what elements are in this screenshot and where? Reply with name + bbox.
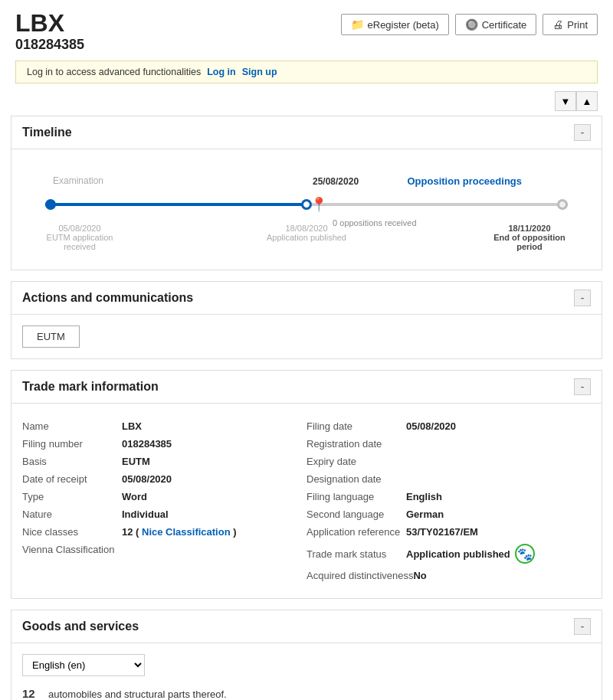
tm-date-receipt-row: Date of receipt 05/08/2020 <box>22 470 306 488</box>
actions-collapse-button[interactable]: - <box>574 289 591 306</box>
tm-vienna-row: Vienna Classification <box>22 541 306 558</box>
timeline-body: Examination Opposition proceedings 📍 25/… <box>11 149 602 270</box>
timeline-section: Timeline - Examination Opposition procee… <box>11 116 602 270</box>
tm-acquired-row: Acquired distinctiveness No <box>306 567 591 584</box>
tm-name-value: LBX <box>122 420 142 432</box>
timeline-end-date: 18/11/2020 <box>491 224 568 233</box>
timeline-title: Timeline <box>22 126 72 139</box>
trademark-info-header: Trade mark information - <box>11 371 602 404</box>
examination-phase-label: Examination <box>53 175 103 187</box>
actions-header: Actions and communications - <box>11 282 602 315</box>
language-selector[interactable]: English (en) German (de) French (fr) <box>22 654 145 676</box>
actions-section: Actions and communications - EUTM <box>11 281 602 359</box>
tm-type-value: Word <box>122 491 147 502</box>
goods-services-collapse-button[interactable]: - <box>574 618 591 635</box>
tm-status-value-wrap: Application published 🐾 <box>406 544 535 564</box>
timeline-phase-labels: Examination Opposition proceedings <box>45 175 568 187</box>
opposition-phase-label: Opposition proceedings <box>407 175 522 187</box>
timeline-date-badge: 25/08/2020 <box>313 176 359 187</box>
login-message: Log in to access advanced functionalitie… <box>27 67 201 77</box>
certificate-button[interactable]: 🔘 Certificate <box>455 14 537 35</box>
timeline-start-info: 05/08/2020 EUTM application received <box>45 224 114 251</box>
tm-date-receipt-label: Date of receipt <box>22 473 122 485</box>
eutm-button[interactable]: EUTM <box>22 325 80 348</box>
timeline-dot-start <box>45 199 56 210</box>
sort-up-button[interactable]: ▲ <box>576 91 598 111</box>
tm-filing-number-row: Filing number 018284385 <box>22 435 306 453</box>
print-button[interactable]: 🖨 Print <box>543 14 598 35</box>
signup-link[interactable]: Sign up <box>242 67 277 77</box>
goods-description: automobiles and structural parts thereof… <box>48 689 227 700</box>
login-bar: Log in to access advanced functionalitie… <box>15 61 598 83</box>
tm-status-label: Trade mark status <box>306 548 406 560</box>
timeline-filled-line <box>45 203 306 206</box>
tm-acquired-value: No <box>413 570 426 581</box>
tm-expiry-label: Expiry date <box>306 456 406 467</box>
tm-filing-lang-value: English <box>406 491 442 502</box>
timeline-visual: Examination Opposition proceedings 📍 25/… <box>22 160 591 259</box>
tm-filing-number-value: 018284385 <box>122 438 172 450</box>
trademark-info-title: Trade mark information <box>22 380 159 394</box>
tm-expiry-row: Expiry date <box>306 453 591 470</box>
tm-nice-value: 12 ( Nice Classification ) <box>122 526 237 538</box>
tm-app-ref-row: Application reference 53/TY02167/EM <box>306 523 591 541</box>
timeline-bottom-labels: 05/08/2020 EUTM application received 18/… <box>45 224 568 251</box>
sort-down-icon: ▼ <box>561 96 571 107</box>
trademark-info-collapse-button[interactable]: - <box>574 378 591 395</box>
tm-reg-date-label: Registration date <box>306 438 406 450</box>
tm-status-value: Application published <box>406 548 510 560</box>
print-icon: 🖨 <box>552 18 563 31</box>
tm-filing-date-value: 05/08/2020 <box>406 420 456 432</box>
actions-title: Actions and communications <box>22 291 193 305</box>
language-selector-wrap: English (en) German (de) French (fr) <box>22 654 591 676</box>
tm-second-lang-label: Second language <box>306 509 406 520</box>
tm-app-ref-value: 53/TY02167/EM <box>406 526 478 538</box>
tm-filing-date-label: Filing date <box>306 420 406 432</box>
tm-vienna-label: Vienna Classification <box>22 544 122 555</box>
tm-name-label: Name <box>22 420 122 432</box>
tm-filing-lang-row: Filing language English <box>306 488 591 505</box>
timeline-empty-line <box>306 203 568 206</box>
folder-icon: 📁 <box>351 18 364 31</box>
goods-services-section: Goods and services - English (en) German… <box>11 610 602 700</box>
goods-services-header: Goods and services - <box>11 610 602 643</box>
sort-up-icon: ▲ <box>582 96 592 107</box>
tm-type-row: Type Word <box>22 488 306 505</box>
trademark-info-section: Trade mark information - Name LBX Filing… <box>11 370 602 599</box>
tm-basis-value: EUTM <box>122 456 150 467</box>
tm-nice-row: Nice classes 12 ( Nice Classification ) <box>22 523 306 541</box>
tm-basis-label: Basis <box>22 456 122 467</box>
trademark-fields-left: Name LBX Filing number 018284385 Basis E… <box>22 414 306 587</box>
tm-nice-label: Nice classes <box>22 526 122 538</box>
sort-down-button[interactable]: ▼ <box>555 91 576 111</box>
header-actions: 📁 eRegister (beta) 🔘 Certificate 🖨 Print <box>341 14 598 35</box>
tm-type-label: Type <box>22 491 122 502</box>
timeline-pin-icon: 📍 <box>310 196 327 213</box>
certificate-icon: 🔘 <box>465 18 478 31</box>
trademark-number: 018284385 <box>15 37 84 53</box>
timeline-collapse-button[interactable]: - <box>574 124 591 141</box>
tm-second-lang-value: German <box>406 509 444 520</box>
tm-basis-row: Basis EUTM <box>22 453 306 470</box>
tm-reg-date-row: Registration date <box>306 435 591 453</box>
status-published-icon: 🐾 <box>515 544 535 564</box>
goods-services-body: English (en) German (de) French (fr) 12 … <box>11 643 602 700</box>
goods-item: 12 automobiles and structural parts ther… <box>22 684 591 700</box>
eregister-button[interactable]: 📁 eRegister (beta) <box>341 14 449 35</box>
timeline-mid-info: 18/08/2020 Application published <box>261 224 352 242</box>
tm-filing-number-label: Filing number <box>22 438 122 450</box>
tm-status-row: Trade mark status Application published … <box>306 541 591 567</box>
trademark-title: LBX 018284385 <box>15 11 84 53</box>
tm-app-ref-label: Application reference <box>306 526 406 538</box>
tm-second-lang-row: Second language German <box>306 505 591 523</box>
tm-designation-label: Designation date <box>306 473 406 485</box>
tm-acquired-label: Acquired distinctiveness <box>306 570 413 581</box>
timeline-track: 📍 25/08/2020 0 oppositions received <box>45 193 568 216</box>
tm-designation-row: Designation date <box>306 470 591 488</box>
login-link[interactable]: Log in <box>207 67 236 77</box>
tm-nature-label: Nature <box>22 509 122 520</box>
tm-date-receipt-value: 05/08/2020 <box>122 473 172 485</box>
nice-classification-link[interactable]: Nice Classification <box>142 526 231 538</box>
tm-name-row: Name LBX <box>22 417 306 435</box>
trademark-name: LBX <box>15 11 84 35</box>
